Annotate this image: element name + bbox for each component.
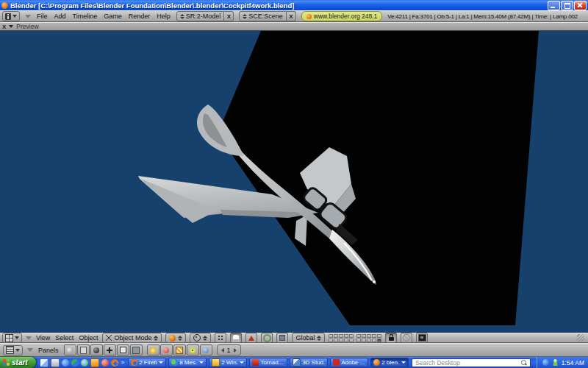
taskbar-item-3dstudio[interactable]: 3D Stud... bbox=[290, 358, 328, 367]
screen-selector[interactable]: SR:2-Model bbox=[176, 11, 225, 21]
chevron-down-icon bbox=[12, 15, 17, 18]
panels-menu[interactable]: Panels bbox=[37, 347, 60, 354]
resize-grip[interactable] bbox=[577, 334, 584, 342]
world-button[interactable] bbox=[200, 344, 212, 355]
search-desktop-input[interactable]: Search Desktop bbox=[412, 358, 531, 367]
screen-selector-value: SR:2-Model bbox=[186, 13, 221, 20]
firefox-icon[interactable] bbox=[111, 359, 118, 367]
scale-manipulator-button[interactable] bbox=[276, 333, 288, 343]
menu-game[interactable]: Game bbox=[103, 13, 123, 20]
menu-render[interactable]: Render bbox=[128, 13, 151, 20]
red-app-icon[interactable] bbox=[101, 359, 109, 367]
window-controls bbox=[548, 1, 587, 10]
collapse-header-icon[interactable] bbox=[25, 15, 31, 18]
lamp-button[interactable] bbox=[147, 344, 159, 355]
start-button[interactable]: start bbox=[0, 357, 36, 368]
overflow-chevron-icon[interactable]: » bbox=[121, 359, 124, 366]
lock-layers-button[interactable] bbox=[385, 333, 397, 343]
globe-icon[interactable] bbox=[81, 359, 88, 367]
rotate-manipulator-button[interactable] bbox=[261, 333, 273, 343]
group-dropdown-icon[interactable] bbox=[240, 361, 244, 364]
window-titlebar[interactable]: Blender [C:\Program Files\Blender Founda… bbox=[0, 0, 588, 10]
scene-selector-close-button[interactable]: X bbox=[287, 11, 296, 21]
translate-icon bbox=[248, 336, 254, 341]
logic-context-button[interactable] bbox=[64, 344, 76, 355]
viewport-type-button[interactable] bbox=[2, 333, 22, 343]
menu-help[interactable]: Help bbox=[156, 13, 171, 20]
texture-button[interactable] bbox=[173, 344, 186, 355]
preview-panel-header[interactable]: X Preview bbox=[0, 22, 588, 31]
orientation-value: Global bbox=[295, 334, 315, 342]
menu-object[interactable]: Object bbox=[78, 334, 98, 342]
info-window-icon bbox=[5, 13, 11, 20]
scene-selector[interactable]: SCE:Scene bbox=[239, 11, 287, 21]
search-icon[interactable] bbox=[521, 360, 526, 365]
collapse-header-icon[interactable] bbox=[26, 336, 32, 340]
taskbar-clock[interactable]: 1:54 AM bbox=[562, 359, 584, 367]
group-dropdown-icon[interactable] bbox=[401, 361, 406, 364]
taskbar-item-blender[interactable]: 2 blen... bbox=[370, 358, 409, 367]
internet-explorer-icon[interactable] bbox=[62, 359, 69, 367]
screen-selector-close-button[interactable]: X bbox=[224, 11, 234, 21]
render-preview-button[interactable] bbox=[416, 333, 428, 343]
scene-stats: Ve:4211 | Fa:3701 | Ob:5-1 | La:1 | Mem:… bbox=[387, 13, 578, 20]
scene-context-button[interactable] bbox=[130, 344, 143, 355]
object-context-button[interactable] bbox=[104, 344, 116, 355]
manipulator-toggle[interactable] bbox=[230, 333, 242, 343]
buttons-window-type-button[interactable] bbox=[3, 345, 23, 355]
shading-icon bbox=[93, 347, 99, 353]
menu-view[interactable]: View bbox=[35, 334, 51, 342]
blender-version-badge[interactable]: www.blender.org 248.1 bbox=[301, 11, 382, 21]
messenger-tray-icon[interactable] bbox=[542, 359, 549, 366]
dropdown-arrows-icon bbox=[154, 336, 158, 341]
preview-collapse-icon[interactable] bbox=[9, 25, 13, 28]
shading-context-button[interactable] bbox=[90, 344, 103, 355]
viewport-render bbox=[0, 31, 588, 333]
taskbar-item-messenger[interactable]: 8 Mes... bbox=[168, 358, 207, 367]
restore-button[interactable] bbox=[561, 1, 573, 10]
radiosity-button[interactable] bbox=[187, 344, 199, 355]
proportional-edit-button[interactable] bbox=[401, 333, 412, 343]
group-dropdown-icon[interactable] bbox=[159, 361, 163, 364]
layer-block-2[interactable] bbox=[356, 334, 381, 342]
menu-select[interactable]: Select bbox=[54, 334, 74, 342]
windows-flag-icon bbox=[3, 359, 10, 367]
pivot-center-toggle[interactable] bbox=[215, 333, 226, 343]
menu-file[interactable]: File bbox=[36, 13, 49, 20]
status-person-icon[interactable] bbox=[552, 359, 559, 366]
editing-context-button[interactable] bbox=[117, 344, 129, 355]
taskbar-item-windows[interactable]: 2 Win... bbox=[209, 358, 247, 367]
window-type-button[interactable] bbox=[2, 11, 20, 21]
tornado-icon bbox=[252, 359, 259, 366]
orange-app-icon[interactable] bbox=[90, 358, 99, 367]
explorer-window-icon[interactable] bbox=[51, 358, 60, 367]
frame-prev-icon[interactable] bbox=[221, 348, 224, 353]
close-button[interactable] bbox=[574, 1, 587, 10]
media-app-icon[interactable] bbox=[71, 359, 79, 367]
script-context-button[interactable] bbox=[77, 344, 90, 355]
lock-icon bbox=[389, 337, 394, 341]
draw-type-dropdown[interactable] bbox=[165, 333, 186, 343]
preview-close-button[interactable]: X bbox=[2, 24, 6, 30]
layers-grid[interactable] bbox=[329, 334, 381, 342]
taskbar-item-firefox[interactable]: 2 Firefox bbox=[128, 358, 166, 367]
group-dropdown-icon[interactable] bbox=[199, 361, 204, 364]
minimize-button[interactable] bbox=[548, 1, 560, 10]
search-placeholder: Search Desktop bbox=[415, 359, 521, 367]
mode-dropdown[interactable]: Object Mode bbox=[102, 333, 162, 343]
layer-block-1[interactable] bbox=[329, 334, 354, 342]
menu-add[interactable]: Add bbox=[54, 13, 67, 20]
translate-manipulator-button[interactable] bbox=[245, 333, 257, 343]
frame-next-icon[interactable] bbox=[234, 348, 237, 353]
menu-timeline[interactable]: Timeline bbox=[72, 13, 98, 20]
taskbar-item-adobe[interactable]: Adobe ... bbox=[330, 358, 368, 367]
frame-stepper[interactable]: 1 bbox=[217, 344, 241, 355]
pivot-dropdown[interactable] bbox=[190, 333, 211, 343]
viewport-3d[interactable] bbox=[0, 31, 588, 333]
restore-icon bbox=[564, 3, 570, 9]
material-button[interactable] bbox=[160, 344, 173, 355]
taskbar-item-tornado[interactable]: Tornad... bbox=[249, 358, 287, 367]
orientation-dropdown[interactable]: Global bbox=[292, 333, 325, 343]
show-desktop-icon[interactable] bbox=[40, 358, 49, 367]
collapse-header-icon[interactable] bbox=[27, 348, 33, 352]
